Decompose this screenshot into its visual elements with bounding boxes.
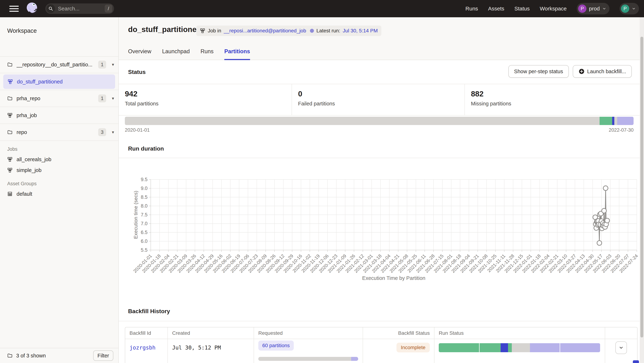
backfill-row-run-status (434, 339, 605, 363)
backfill-row-actions (605, 339, 637, 363)
main-content: do_stuff_partitioned Job in __reposi...a… (119, 17, 640, 363)
col-header-run-status: Run Status (434, 328, 605, 339)
folder-icon (7, 62, 12, 67)
search-input[interactable]: Search... / (45, 4, 114, 14)
corner-widget (633, 360, 639, 363)
bar-segment (560, 343, 600, 352)
bar-segment (439, 343, 479, 352)
caret-down-icon[interactable]: ▾ (112, 62, 114, 67)
sidebar-item-all_cereals_job[interactable]: all_cereals_job (0, 154, 118, 165)
sidebar-title: Workspace (7, 27, 37, 34)
nav-link-workspace[interactable]: Workspace (540, 6, 567, 12)
search-shortcut-key: / (105, 5, 112, 12)
status-heading: Status (128, 69, 146, 75)
job-icon (7, 157, 12, 162)
user-menu[interactable]: P (620, 3, 639, 14)
backfill-table: Backfill Id Created Requested Backfill S… (125, 327, 638, 363)
tab-runs[interactable]: Runs (200, 48, 214, 60)
backfill-row-id: jozrgsbh (125, 339, 168, 363)
job-tag-link[interactable]: __reposi...artitioned@partitioned_job (224, 28, 306, 34)
job-tag-prefix: Job in (208, 28, 221, 34)
run-duration-chart[interactable]: 2020-01-012020-01-182020-02-042020-02-21… (119, 169, 640, 295)
svg-text:7.0: 7.0 (141, 221, 148, 226)
status-actions: Show per-step status Launch backfill... (508, 65, 632, 78)
bar-segment (530, 343, 560, 352)
stat-value: 882 (471, 90, 640, 98)
stat-label: Total partitions (125, 101, 292, 107)
col-header-created: Created (168, 328, 254, 339)
launch-backfill-button[interactable]: Launch backfill... (573, 65, 632, 78)
bar-segment (258, 357, 351, 361)
svg-text:8.5: 8.5 (141, 194, 148, 200)
stat-value: 0 (298, 90, 464, 98)
run-duration-heading: Run duration (128, 145, 164, 152)
requested-partitions-badge[interactable]: 60 partitions (258, 340, 294, 350)
folder-icon (7, 353, 12, 358)
bar-segment (125, 117, 600, 125)
col-header-requested: Requested (254, 328, 363, 339)
page-title: do_stuff_partitioned (128, 25, 201, 34)
job-icon (200, 28, 205, 34)
col-header-backfill-id: Backfill Id (125, 328, 168, 339)
sidebar-item-repo[interactable]: repo 3 ▾ (0, 124, 118, 141)
bar-segment (612, 117, 614, 125)
backfill-row-requested: 60 partitions 2020-01-01 2022-07-30 (254, 339, 363, 363)
filter-button[interactable]: Filter (93, 350, 113, 361)
bar-segment (512, 343, 530, 352)
deployment-avatar: P (578, 4, 586, 13)
jobs-section-label: Jobs (7, 146, 18, 152)
nav-link-runs[interactable]: Runs (465, 6, 478, 12)
scrollbar-thumb[interactable] (640, 37, 643, 338)
dagster-logo-icon[interactable] (25, 1, 40, 16)
partition-bar-start-date: 2020-01-01 (125, 127, 150, 133)
bar-segment (600, 117, 612, 125)
menu-icon[interactable] (9, 5, 19, 12)
partition-status-bar[interactable] (125, 117, 634, 125)
svg-text:5.5: 5.5 (141, 247, 148, 253)
sidebar-item-prha_repo[interactable]: prha_repo 1 ▾ (0, 90, 118, 107)
user-avatar: P (621, 4, 629, 13)
repo-count-text: 3 of 3 shown (16, 353, 90, 359)
svg-text:6.5: 6.5 (141, 230, 148, 235)
nav-link-assets[interactable]: Assets (488, 6, 504, 12)
page-scrollbar[interactable] (640, 17, 644, 363)
sidebar-item-prha_job[interactable]: prha_job (0, 107, 118, 124)
partition-bar-dates: 2020-01-01 2022-07-30 (125, 127, 634, 133)
bar-segment (501, 343, 508, 352)
latest-run-label: Latest run: (316, 28, 340, 34)
run-status-bar[interactable] (439, 343, 600, 352)
tab-launchpad[interactable]: Launchpad (162, 48, 190, 60)
backfill-row-created: Jul 30, 5:12 PM (168, 339, 254, 363)
bar-segment (614, 117, 618, 125)
svg-text:7.5: 7.5 (141, 212, 148, 218)
caret-down-icon[interactable]: ▾ (112, 96, 114, 101)
sidebar-footer: 3 of 3 shown Filter (0, 348, 118, 363)
show-per-step-status-button[interactable]: Show per-step status (508, 65, 569, 78)
top-nav: Search... / RunsAssetsStatusWorkspace P … (0, 0, 644, 17)
latest-run-link[interactable]: Jul 30, 5:14 PM (343, 28, 378, 34)
plus-circle-icon (578, 68, 585, 74)
tab-overview[interactable]: Overview (128, 48, 151, 60)
app-root: Search... / RunsAssetsStatusWorkspace P … (0, 0, 644, 363)
partition-stats: 942 Total partitions 0 Failed partitions… (119, 84, 640, 116)
backfill-history-heading: Backfill History (128, 308, 170, 314)
job-icon (7, 112, 12, 118)
sidebar-row: do_stuff_partitioned (0, 73, 118, 90)
deployment-label: prod (589, 6, 600, 12)
sidebar-item-simple_job[interactable]: simple_job (0, 165, 118, 176)
expand-row-button[interactable] (616, 342, 627, 354)
sidebar-item-__repository__do_stuff_partitio...[interactable]: __repository__do_stuff_partitio... 1 ▾ (0, 56, 118, 73)
caret-down-icon[interactable]: ▾ (112, 130, 114, 135)
sidebar-item-default[interactable]: default (0, 188, 118, 199)
item-count-badge: 1 (98, 94, 106, 102)
tab-partitions[interactable]: Partitions (224, 48, 250, 60)
stat-label: Missing partitions (471, 101, 640, 107)
search-placeholder: Search... (58, 6, 105, 12)
nav-links: RunsAssetsStatusWorkspace P prod P (465, 3, 644, 14)
backfill-id-link[interactable]: jozrgsbh (130, 344, 156, 351)
col-header-backfill-status: Backfill Status (363, 328, 434, 339)
deployment-switcher[interactable]: P prod (577, 3, 610, 14)
sidebar-item-do_stuff_partitioned[interactable]: do_stuff_partitioned (3, 74, 115, 89)
nav-link-status[interactable]: Status (514, 6, 530, 12)
chevron-down-icon (619, 345, 624, 350)
